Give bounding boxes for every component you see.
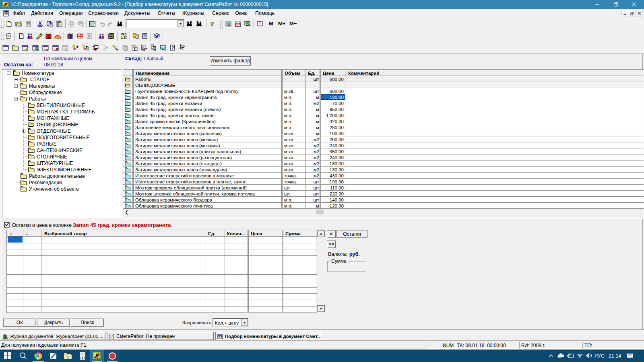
svg-text:v7: v7 [6,5,8,8]
svg-text:?: ? [171,45,174,50]
svg-text:?: ? [210,21,214,27]
svg-text:v7: v7 [97,356,100,359]
svg-text:ПКО: ПКО [121,33,126,36]
svg-text:?: ? [183,44,185,49]
